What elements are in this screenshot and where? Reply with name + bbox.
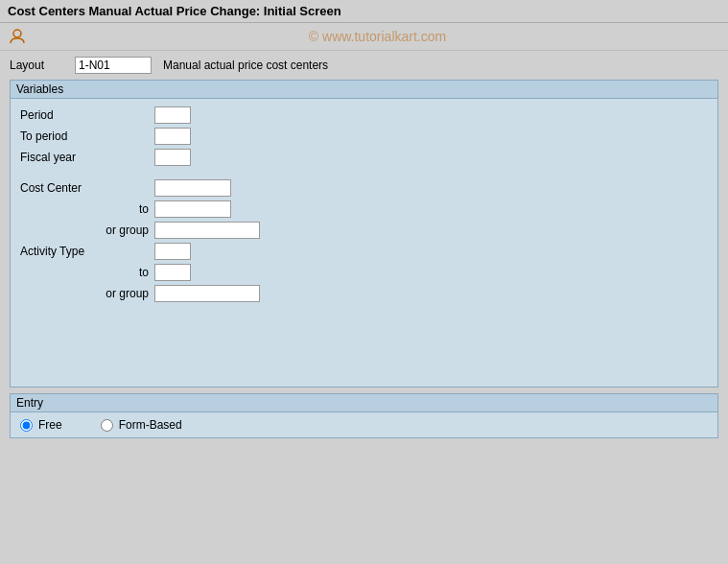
- activity-type-input[interactable]: [154, 243, 191, 260]
- cost-center-to-row: to: [20, 200, 708, 218]
- page-title: Cost Centers Manual Actual Price Change:…: [8, 4, 341, 18]
- layout-label: Layout: [10, 59, 67, 72]
- cost-center-to-input[interactable]: [154, 200, 231, 218]
- layout-input[interactable]: [75, 57, 152, 74]
- to-period-label: To period: [20, 129, 154, 143]
- cost-center-row: Cost Center: [20, 179, 708, 197]
- form-based-radio-group: Form-Based: [101, 418, 182, 432]
- to-period-input[interactable]: [154, 128, 191, 145]
- cost-center-group-input[interactable]: [154, 222, 260, 239]
- entry-title: Entry: [11, 394, 717, 412]
- entry-section: Entry Free Form-Based: [10, 393, 718, 438]
- free-label: Free: [38, 418, 62, 432]
- title-bar: Cost Centers Manual Actual Price Change:…: [0, 0, 728, 23]
- cost-center-label: Cost Center: [20, 181, 154, 195]
- period-input[interactable]: [154, 106, 191, 124]
- form-based-label: Form-Based: [119, 418, 182, 432]
- layout-description: Manual actual price cost centers: [163, 59, 328, 72]
- variables-title: Variables: [11, 81, 717, 99]
- watermark: © www.tutorialkart.com: [35, 29, 720, 44]
- period-row: Period: [20, 106, 708, 124]
- activity-type-to-input[interactable]: [154, 264, 191, 281]
- activity-type-to-label: to: [20, 266, 154, 279]
- cost-center-to-label: to: [20, 202, 154, 216]
- variables-body: Period To period Fiscal year Cost Center: [11, 99, 717, 387]
- fiscal-year-input[interactable]: [154, 149, 191, 166]
- form-based-radio[interactable]: [101, 419, 113, 432]
- layout-row: Layout Manual actual price cost centers: [10, 57, 718, 74]
- main-content: Layout Manual actual price cost centers …: [0, 51, 728, 448]
- entry-body: Free Form-Based: [11, 412, 717, 437]
- toolbar: © www.tutorialkart.com: [0, 23, 728, 51]
- activity-type-row: Activity Type: [20, 243, 708, 260]
- fiscal-year-row: Fiscal year: [20, 149, 708, 166]
- cost-center-group-row: or group: [20, 222, 708, 239]
- svg-point-0: [13, 30, 21, 37]
- activity-type-label: Activity Type: [20, 245, 154, 258]
- user-icon[interactable]: [8, 27, 27, 46]
- free-radio[interactable]: [20, 419, 33, 432]
- cost-center-group-label: or group: [20, 223, 154, 237]
- free-radio-group: Free: [20, 418, 62, 432]
- activity-type-group-row: or group: [20, 285, 708, 302]
- fiscal-year-label: Fiscal year: [20, 151, 154, 164]
- to-period-row: To period: [20, 128, 708, 145]
- activity-type-group-input[interactable]: [154, 285, 260, 302]
- cost-center-input[interactable]: [154, 179, 231, 197]
- activity-type-group-label: or group: [20, 287, 154, 300]
- period-label: Period: [20, 108, 154, 122]
- activity-type-to-row: to: [20, 264, 708, 281]
- variables-section: Variables Period To period Fiscal year C…: [10, 80, 718, 388]
